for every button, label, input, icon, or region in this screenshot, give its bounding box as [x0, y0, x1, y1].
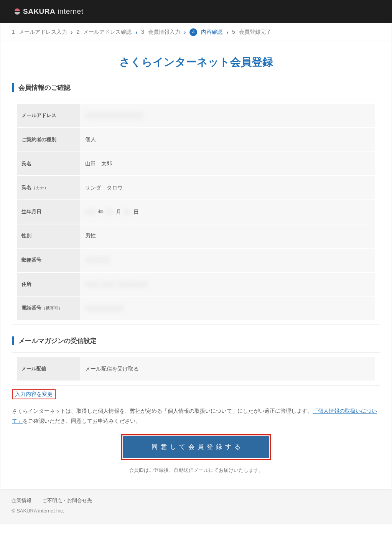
- row-mail: メール配信 メール配信を受け取る: [17, 357, 375, 381]
- row-type: ご契約者の種別 個人: [17, 128, 375, 152]
- progress-steps: 1メールアドレス入力 › 2メールアドレス確認 › 3会員情報入力 › 4内容確…: [0, 23, 392, 41]
- section-info-title: 会員情報のご確認: [12, 83, 380, 92]
- row-phone: 電話番号（携帯可） xxxxx: [17, 297, 375, 320]
- footer-link-contact[interactable]: ご不明点・お問合せ先: [42, 498, 92, 503]
- label-type: ご契約者の種別: [17, 128, 80, 152]
- label-name: 氏名: [17, 152, 80, 176]
- submit-note: 会員IDはご登録後、自動送信メールにてお届けいたします。: [12, 467, 380, 474]
- chevron-right-icon: ›: [226, 29, 228, 35]
- label-gender: 性別: [17, 224, 80, 248]
- step-4: 4内容確認: [189, 28, 222, 36]
- content-area: さくらインターネット会員登録 会員情報のご確認 メールアドレス xxxxxxxx…: [0, 41, 392, 489]
- row-name: 氏名 山田 太郎: [17, 152, 375, 176]
- submit-highlight-frame: 同意して会員登録する: [121, 434, 271, 460]
- footer-link-company[interactable]: 企業情報: [12, 498, 31, 503]
- step-5: 5会員登録完了: [232, 29, 271, 36]
- brand-name-light: internet: [58, 7, 83, 16]
- redacted-value: xxxx: [117, 281, 148, 288]
- chevron-right-icon: ›: [184, 29, 186, 35]
- chevron-right-icon: ›: [135, 29, 137, 35]
- label-phone: 電話番号（携帯可）: [17, 297, 80, 320]
- redacted-value: xxxxxxxxx: [85, 112, 143, 119]
- page-outer: 1メールアドレス入力 › 2メールアドレス確認 › 3会員情報入力 › 4内容確…: [0, 23, 392, 489]
- value-name: 山田 太郎: [80, 152, 375, 176]
- value-gender: 男性: [80, 224, 375, 248]
- value-postal: xxxx: [80, 249, 375, 272]
- row-name-kana: 氏名（カナ） サンダ タロウ: [17, 176, 375, 200]
- mail-panel: メール配信 メール配信を受け取る: [12, 352, 380, 386]
- footer: 企業情報 ご不明点・お問合せ先 © SAKURA internet Inc.: [0, 489, 392, 524]
- header-bar: SAKURA internet: [0, 0, 392, 23]
- sakura-icon: [13, 7, 21, 16]
- value-email: xxxxxxxxx: [80, 104, 375, 127]
- step-1: 1メールアドレス入力: [12, 29, 67, 36]
- redacted-value: xx: [101, 281, 115, 288]
- page-title: さくらインターネット会員登録: [12, 55, 380, 69]
- label-birth: 生年月日: [17, 200, 80, 224]
- label-mail: メール配信: [17, 357, 80, 381]
- row-email: メールアドレス xxxxxxxxx: [17, 104, 375, 128]
- brand-logo: SAKURA internet: [13, 7, 83, 16]
- step-3: 3会員情報入力: [141, 29, 180, 36]
- brand-name-strong: SAKURA: [23, 7, 55, 16]
- redacted-value: xx: [85, 281, 99, 288]
- edit-input-link[interactable]: 入力内容を変更: [12, 389, 56, 399]
- row-postal: 郵便番号 xxxx: [17, 249, 375, 273]
- footer-copyright: © SAKURA internet Inc.: [12, 508, 380, 514]
- agree-register-button[interactable]: 同意して会員登録する: [123, 436, 269, 458]
- label-email: メールアドレス: [17, 104, 80, 127]
- label-address: 住所: [17, 273, 80, 296]
- chevron-right-icon: ›: [71, 29, 73, 35]
- info-panel: メールアドレス xxxxxxxxx ご契約者の種別 個人 氏名 山田 太郎 氏名…: [12, 99, 380, 325]
- value-mail: メール配信を受け取る: [80, 357, 375, 381]
- section-mail-title: メールマガジンの受信設定: [12, 336, 380, 345]
- value-phone: xxxxx: [80, 297, 375, 320]
- value-birth: xx年 x月 x日: [80, 200, 375, 224]
- redacted-value: xxxx: [85, 257, 110, 264]
- value-type: 個人: [80, 128, 375, 152]
- row-address: 住所 xx xx xxxx: [17, 273, 375, 297]
- label-postal: 郵便番号: [17, 249, 80, 272]
- redacted-value: xx: [85, 209, 96, 216]
- value-name-kana: サンダ タロウ: [80, 176, 375, 199]
- row-birth: 生年月日 xx年 x月 x日: [17, 200, 375, 224]
- redacted-value: xxxxx: [85, 305, 124, 312]
- row-gender: 性別 男性: [17, 224, 375, 249]
- consent-text: さくらインターネットは、取得した個人情報を、弊社が定める「個人情報の取扱いについ…: [12, 406, 380, 426]
- label-name-kana: 氏名（カナ）: [17, 176, 80, 199]
- redacted-value: x: [124, 209, 131, 216]
- redacted-value: x: [106, 209, 114, 216]
- step-2: 2メールアドレス確認: [76, 29, 132, 36]
- value-address: xx xx xxxx: [80, 273, 375, 296]
